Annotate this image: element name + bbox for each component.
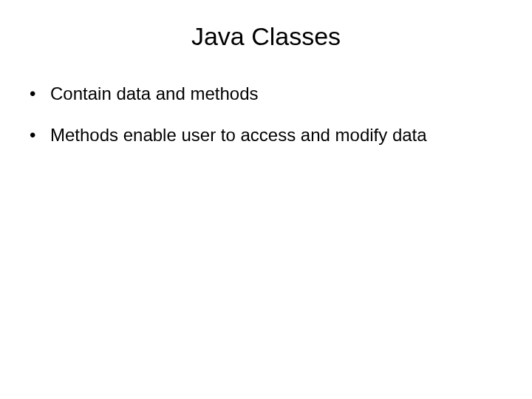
bullet-list: Contain data and methods Methods enable … [15, 81, 517, 149]
bullet-item: Methods enable user to access and modify… [30, 122, 517, 149]
slide-title: Java Classes [15, 22, 517, 51]
bullet-item: Contain data and methods [30, 81, 517, 107]
